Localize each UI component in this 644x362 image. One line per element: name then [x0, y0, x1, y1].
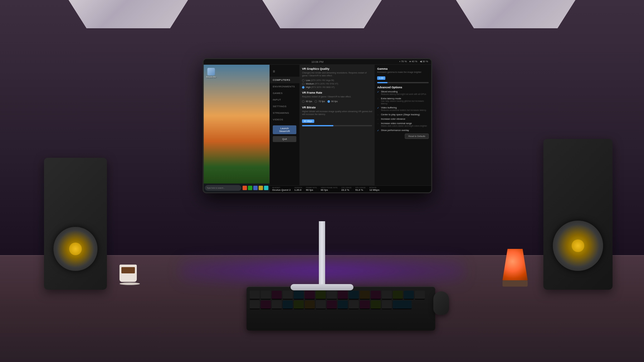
taskbar-icon-4[interactable] — [258, 186, 263, 190]
topbar-sound: ◀ 30 % — [420, 60, 428, 63]
key-19[interactable] — [272, 300, 282, 309]
status-headset: Headset Oculus Quest 2 — [272, 187, 291, 191]
fps-60[interactable]: 60 fps — [302, 100, 312, 103]
key-26[interactable] — [349, 300, 359, 309]
search-bar[interactable]: Type here to search... — [205, 185, 241, 191]
key-4[interactable] — [283, 291, 293, 299]
key-17[interactable] — [250, 300, 260, 309]
vr-bitrate-section: VR Bitrate Higher bitrate will increase … — [302, 106, 372, 126]
key-11[interactable] — [360, 291, 370, 299]
key-24[interactable] — [327, 300, 337, 309]
key-9[interactable] — [338, 291, 348, 299]
key-8[interactable] — [327, 291, 337, 299]
key-12[interactable] — [371, 291, 381, 299]
key-29[interactable] — [382, 300, 392, 309]
vr-framerate-desc: Requires restart of game / SteamVR to ta… — [302, 95, 372, 98]
steamvr-layout: ≡ COMPUTERS ENVIRONMENTS GAMES INPUT SET… — [269, 65, 431, 185]
vr-bitrate-desc: Higher bitrate will increase image quali… — [302, 110, 372, 116]
option-color-vibrance-text: Increase color vibrance — [381, 118, 429, 120]
monitor-stand-neck — [319, 221, 325, 284]
headset-value: Oculus Quest 2 — [272, 189, 291, 191]
key-2[interactable] — [261, 291, 271, 299]
bitrate-slider[interactable] — [302, 125, 372, 126]
fps-90-label: 90 fps — [331, 100, 337, 103]
fps-90[interactable]: 90 fps — [327, 100, 337, 103]
gamma-value: 1.00 — [377, 76, 385, 80]
key-23[interactable] — [316, 300, 326, 309]
framerate-value: 90 fps — [306, 189, 317, 191]
key-22[interactable] — [305, 300, 315, 309]
nav-item-streaming[interactable]: STREAMING — [269, 110, 299, 116]
option-perf-overlay-text: Show performance overlay — [381, 129, 429, 132]
key-10[interactable] — [349, 291, 359, 299]
key-30[interactable] — [393, 300, 412, 309]
slider-track — [302, 125, 372, 126]
bitrate-value: 80 Mbps — [302, 119, 314, 123]
status-cpu: CPU Usage 22.2 % — [341, 187, 352, 191]
gamma-track — [377, 82, 429, 83]
nav-item-input[interactable]: INPUT — [269, 96, 299, 103]
nav-item-videos[interactable]: VIDEOS — [269, 116, 299, 123]
key-25[interactable] — [338, 300, 348, 309]
key-7[interactable] — [316, 291, 326, 299]
key-16[interactable] — [415, 291, 425, 299]
wall-panels — [0, 0, 644, 28]
quit-button[interactable]: Quit — [273, 136, 296, 142]
slider-fill — [302, 125, 333, 126]
taskbar-icon-2[interactable] — [248, 186, 252, 190]
option-video-buffering-name: Video buffering — [381, 106, 429, 109]
key-18[interactable] — [261, 300, 271, 309]
search-placeholder: Type here to search... — [207, 187, 225, 189]
key-27[interactable] — [360, 300, 370, 309]
quality-low[interactable]: Low (GTX 1070 / RX Vega 56) — [302, 79, 372, 82]
wall-panel-left — [69, 0, 188, 28]
key-1[interactable] — [250, 291, 260, 299]
taskbar-icon-1[interactable] — [242, 186, 247, 190]
fps-72[interactable]: 72 fps — [315, 100, 325, 103]
status-framerate: Frame Rate 90 fps — [306, 187, 317, 191]
nav-item-computers[interactable]: COMPUTERS — [269, 77, 299, 83]
taskbar-icon-5[interactable] — [264, 186, 268, 190]
check-video-nominal: ○ — [377, 122, 380, 125]
key-3[interactable] — [272, 291, 282, 299]
key-15[interactable] — [404, 291, 414, 299]
nav-item-environments[interactable]: ENVIRONMENTS — [269, 83, 299, 90]
steamvr-nav: ≡ COMPUTERS ENVIRONMENTS GAMES INPUT SET… — [269, 65, 299, 185]
nav-item-settings[interactable]: SETTINGS — [269, 103, 299, 110]
check-sliced: ✓ — [377, 90, 380, 93]
vr-graphics-title: VR Graphics Quality — [302, 67, 372, 70]
nav-item-games[interactable]: GAMES — [269, 90, 299, 96]
coffee-cup — [119, 265, 138, 287]
key-20[interactable] — [283, 300, 293, 309]
recycle-bin-icon[interactable]: Recycle Bin — [206, 68, 216, 78]
gpu-value: 91.0 % — [355, 189, 366, 191]
option-extra-latency-desc: Can help reduce tracking glitches but in… — [381, 100, 429, 105]
cpu-value: 22.2 % — [341, 189, 352, 191]
status-video-frame: Video Frame Rate 60 fps — [321, 187, 338, 191]
taskbar-icon-3[interactable] — [253, 186, 258, 190]
quality-high[interactable]: High (RTX 3070 / RX 6800 XT) — [302, 86, 372, 89]
reset-defaults-button[interactable]: Reset to Defaults — [405, 134, 429, 139]
option-color-vibrance-name: Increase color vibrance — [381, 118, 429, 120]
option-sliced-encoding: ✓ Sliced encoding Reduces latency but mi… — [377, 90, 429, 96]
speaker-left — [44, 158, 107, 290]
quality-medium[interactable]: Medium (RTX 2070 / RX 5700 XT) — [302, 82, 372, 85]
gamma-slider[interactable] — [377, 82, 429, 83]
option-extra-latency: ○ Extra latency mode Can help reduce tra… — [377, 97, 429, 105]
check-perf-overlay: ✓ — [377, 129, 380, 132]
key-6[interactable] — [305, 291, 315, 299]
key-14[interactable] — [393, 291, 403, 299]
key-28[interactable] — [371, 300, 381, 309]
reset-container: Reset to Defaults — [377, 134, 429, 139]
key-5[interactable] — [294, 291, 304, 299]
option-perf-overlay: ✓ Show performance overlay — [377, 129, 429, 132]
vr-bitrate-title: VR Bitrate — [302, 106, 372, 109]
quality-low-label: Low (GTX 1070 / RX Vega 56) — [306, 79, 334, 82]
quality-medium-label: Medium (RTX 2070 / RX 5700 XT) — [306, 82, 338, 85]
launch-steamvr-button[interactable]: Launch SteamVR — [273, 125, 296, 134]
windows-desktop: Recycle Bin Type here to search... — [203, 65, 269, 192]
hamburger-icon[interactable]: ≡ — [269, 67, 299, 75]
key-13[interactable] — [382, 291, 392, 299]
steamvr-right-panel: Gamma Increases gamma to make the image … — [375, 65, 431, 185]
key-21[interactable] — [294, 300, 304, 309]
